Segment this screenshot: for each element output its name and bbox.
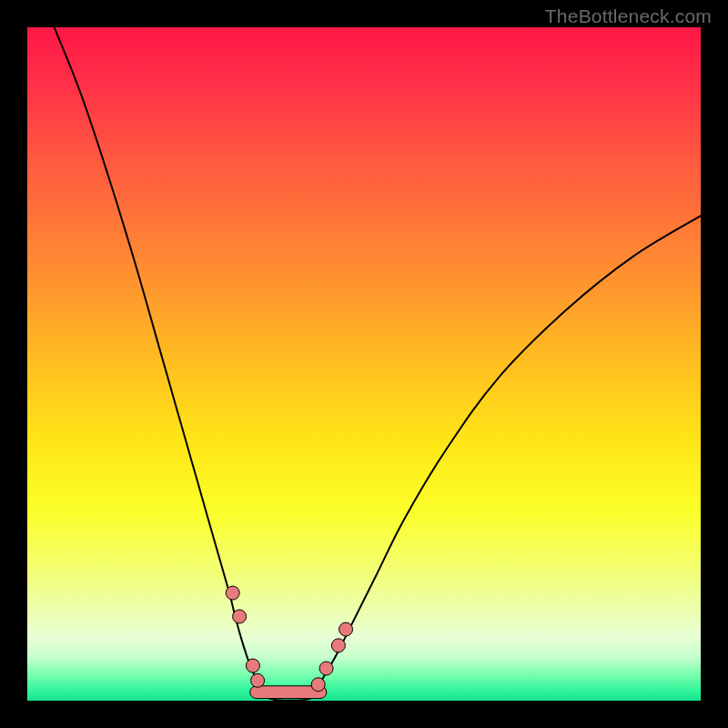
data-beads-0: [226, 586, 239, 600]
data-beads-2: [246, 659, 259, 672]
chart-curves: [27, 27, 701, 701]
plot-area: [27, 27, 701, 701]
right-branch-curve: [310, 216, 701, 697]
data-beads-5: [319, 662, 333, 675]
data-beads-4: [311, 678, 325, 692]
data-beads-3: [251, 673, 265, 687]
data-beads-7: [339, 622, 353, 636]
chart-frame: TheBottleneck.com: [0, 0, 728, 728]
data-beads-1: [233, 610, 247, 623]
data-beads-6: [331, 639, 345, 652]
watermark-text: TheBottleneck.com: [545, 5, 712, 27]
joined-profile: [269, 699, 309, 701]
